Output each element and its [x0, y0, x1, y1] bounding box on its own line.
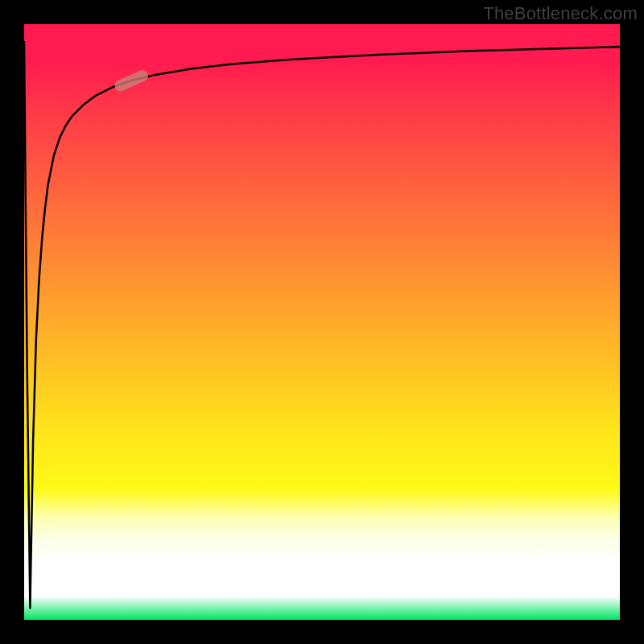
watermark-text: TheBottleneck.com: [483, 3, 638, 24]
svg-rect-0: [113, 68, 150, 93]
bottleneck-curve: [24, 42, 620, 608]
curve-marker: [113, 68, 150, 93]
chart-frame: TheBottleneck.com: [0, 0, 644, 644]
curve-layer: [24, 24, 620, 620]
